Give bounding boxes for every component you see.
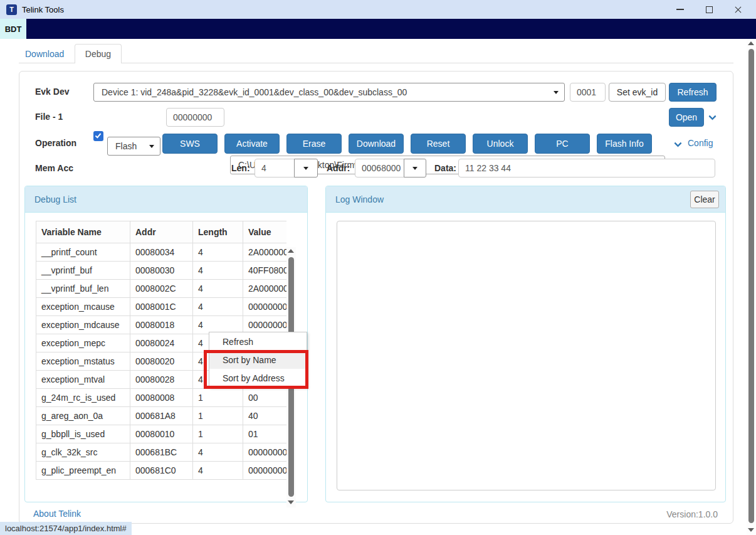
app-logo-icon: T <box>6 4 17 15</box>
tab-download[interactable]: Download <box>25 45 64 63</box>
file-expand-chevron-icon[interactable] <box>708 112 717 120</box>
addr-dropdown-button[interactable] <box>404 159 426 177</box>
table-cell: 00080030 <box>130 262 193 280</box>
table-row[interactable]: __printf_count0008003442A000000 <box>36 243 287 262</box>
refresh-button[interactable]: Refresh <box>669 83 717 102</box>
minimize-icon <box>676 9 684 10</box>
config-link[interactable]: Config <box>688 138 713 148</box>
version-text: Version:1.0.0 <box>666 509 718 519</box>
table-row[interactable]: g_areg_aon_0a000681A8140 <box>36 407 287 425</box>
status-url-tooltip: localhost:21574/app1/index.html# <box>0 522 132 535</box>
table-row[interactable]: g_clk_32k_src000681BC400000000 <box>36 443 287 462</box>
file1-offset-input[interactable]: 00000000 <box>166 108 224 127</box>
table-cell: 000681C0 <box>130 462 193 480</box>
addr-input[interactable]: 00068000 <box>355 159 405 177</box>
table-row[interactable]: exception_mcause0008001C400000000 <box>36 298 287 316</box>
table-cell: g_plic_preempt_en <box>36 462 130 480</box>
evk-device-selected-option: Device 1: vid_248a&pid_3228&evk_id_0001&… <box>102 87 407 97</box>
context-menu-item-sort-by-name[interactable]: Sort by Name <box>209 351 307 369</box>
operation-button-pc[interactable]: PC <box>535 134 590 154</box>
table-cell: exception_mtval <box>36 371 130 389</box>
column-header: Value <box>243 221 287 243</box>
table-cell: 00080020 <box>130 352 193 371</box>
file1-target-selected-option: Flash <box>115 141 137 151</box>
top-navbar: BDT <box>0 19 756 39</box>
close-button[interactable] <box>723 0 752 19</box>
table-cell: exception_mdcause <box>36 316 130 334</box>
set-evk-id-button[interactable]: Set evk_id <box>609 83 666 102</box>
table-cell: 000681BC <box>130 443 193 462</box>
operation-button-sws[interactable]: SWS <box>162 134 218 154</box>
scroll-up-icon[interactable] <box>748 41 754 45</box>
debug-list-title: Debug List <box>34 194 76 204</box>
log-output-area[interactable] <box>337 221 716 490</box>
operation-button-flash-info[interactable]: Flash Info <box>597 134 652 154</box>
mem-acc-label: Mem Acc <box>35 163 73 173</box>
table-cell: 00080018 <box>130 316 193 334</box>
evk-device-select[interactable]: Device 1: vid_248a&pid_3228&evk_id_0001&… <box>93 83 565 102</box>
table-cell: g_bbpll_is_used <box>36 425 130 443</box>
scroll-down-icon[interactable] <box>288 501 294 504</box>
table-row[interactable]: g_bbpll_is_used00080010101 <box>36 425 287 443</box>
chevron-down-icon <box>149 145 154 148</box>
scroll-up-icon[interactable] <box>288 249 294 253</box>
table-cell: 1 <box>193 425 243 443</box>
table-cell: exception_mcause <box>36 298 130 316</box>
table-cell: exception_mstatus <box>36 352 130 371</box>
maximize-icon <box>706 6 713 13</box>
table-cell: g_areg_aon_0a <box>36 407 130 425</box>
operation-button-reset[interactable]: Reset <box>411 134 466 154</box>
table-cell: g_clk_32k_src <box>36 443 130 462</box>
window-scroll-thumb[interactable] <box>748 49 754 523</box>
context-menu-item-refresh[interactable]: Refresh <box>209 332 307 351</box>
table-row[interactable]: __vprintf_buf_len0008002C42A000000 <box>36 280 287 298</box>
addr-label: Addr: <box>327 163 350 173</box>
table-cell: 4 <box>193 443 243 462</box>
data-input[interactable]: 11 22 33 44 <box>458 159 715 177</box>
maximize-button[interactable] <box>695 0 723 19</box>
table-cell: 40 <box>243 407 287 425</box>
table-cell: 0008002C <box>130 280 193 298</box>
table-cell: 0008001C <box>130 298 193 316</box>
log-window-header: Log Window Clear <box>326 186 725 213</box>
file1-target-select[interactable]: Flash <box>107 137 160 156</box>
table-cell: 000681A8 <box>130 407 193 425</box>
table-cell: 4 <box>193 262 243 280</box>
minimize-button[interactable] <box>666 0 695 19</box>
tab-debug[interactable]: Debug <box>75 44 122 63</box>
window-controls <box>666 0 752 19</box>
chevron-down-icon <box>554 91 559 94</box>
operation-buttons: SWSActivateEraseDownloadResetUnlockPCFla… <box>162 134 652 154</box>
window-vertical-scrollbar[interactable] <box>747 39 756 535</box>
operation-button-unlock[interactable]: Unlock <box>473 134 528 154</box>
nav-tab-bdt[interactable]: BDT <box>0 19 26 39</box>
clear-button[interactable]: Clear <box>690 191 719 208</box>
debug-list-header: Debug List <box>25 186 307 213</box>
open-button[interactable]: Open <box>669 108 704 127</box>
scroll-down-icon[interactable] <box>748 528 754 532</box>
config-chevron-icon[interactable] <box>674 139 682 147</box>
len-dropdown-button[interactable] <box>294 159 318 177</box>
evk-id-input[interactable]: 0001 <box>570 83 606 102</box>
table-cell: 00000000 <box>243 298 287 316</box>
len-input[interactable]: 4 <box>255 159 295 177</box>
column-header: Length <box>193 221 243 243</box>
about-telink-link[interactable]: About Telink <box>33 509 81 519</box>
table-cell: 01 <box>243 425 287 443</box>
context-menu-item-sort-by-address[interactable]: Sort by Address <box>209 369 307 387</box>
table-row[interactable]: g_plic_preempt_en000681C0400000000 <box>36 462 287 480</box>
table-cell: 00 <box>243 389 287 407</box>
table-row[interactable]: __vprintf_buf00080030440FF0800 <box>36 262 287 280</box>
table-cell: 00080008 <box>130 389 193 407</box>
table-row[interactable]: g_24m_rc_is_used00080008100 <box>36 389 287 407</box>
table-cell: 00080024 <box>130 334 193 352</box>
operation-button-activate[interactable]: Activate <box>224 134 280 154</box>
operation-button-download[interactable]: Download <box>349 134 404 154</box>
window-title: Telink Tools <box>22 5 64 14</box>
evk-dev-label: Evk Dev <box>35 87 69 97</box>
operation-button-erase[interactable]: Erase <box>286 134 342 154</box>
spinner-down-icon <box>303 167 308 170</box>
file1-checkbox[interactable] <box>93 131 103 141</box>
data-label: Data: <box>434 163 456 173</box>
context-menu: RefreshSort by NameSort by Address <box>209 332 307 388</box>
